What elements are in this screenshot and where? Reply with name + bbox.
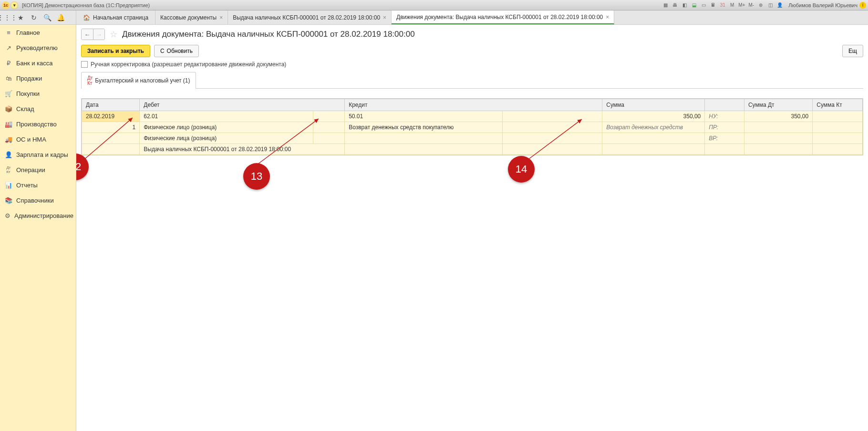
- box-icon: 📦: [5, 105, 12, 113]
- col-date[interactable]: Дата: [82, 99, 140, 111]
- cell-credit-sub1[interactable]: Возврат денежных средств покупателю: [345, 122, 503, 133]
- nav-label: ОС и НМА: [16, 136, 46, 143]
- movements-table: Дата Дебет Кредит Сумма Сумма Дт Сумма К…: [81, 98, 863, 155]
- tab-doc-movements[interactable]: Движения документа: Выдача наличных КСБП…: [392, 10, 614, 24]
- toolstrip: ⋮⋮⋮ ★ ↻ 🔍 🔔: [0, 10, 76, 25]
- manual-correction-checkbox[interactable]: [81, 61, 88, 68]
- tb-icon-3[interactable]: ◧: [681, 1, 688, 9]
- panels-icon[interactable]: ◫: [766, 1, 774, 9]
- cell-rownum: 1: [82, 122, 140, 133]
- col-sum-kt[interactable]: Сумма Кт: [813, 99, 863, 111]
- more-button[interactable]: Ещ: [842, 45, 863, 57]
- nav-production[interactable]: 🏭Производство: [0, 116, 76, 132]
- col-sum[interactable]: Сумма: [602, 99, 705, 111]
- dropdown-icon[interactable]: ▾: [10, 1, 18, 9]
- nav-bank[interactable]: ₽Банк и касса: [0, 55, 76, 71]
- close-icon[interactable]: ×: [383, 14, 386, 21]
- m-plus-button[interactable]: M+: [738, 1, 745, 9]
- apps-icon[interactable]: ⋮⋮⋮: [3, 13, 11, 22]
- table-row[interactable]: Выдача наличных КСБП-000001 от 28.02.201…: [82, 144, 863, 155]
- tb-icon-4[interactable]: ⬓: [690, 1, 698, 9]
- subtab-label: Бухгалтерский и налоговый учет (1): [95, 77, 190, 84]
- star-icon[interactable]: ★: [16, 13, 25, 22]
- zoom-icon[interactable]: ⊕: [757, 1, 765, 9]
- person-icon: 👤: [5, 151, 12, 158]
- nav-label: Банк и касса: [16, 60, 53, 67]
- nav-admin[interactable]: ⚙Администрирование: [0, 208, 76, 223]
- history-icon[interactable]: ↻: [30, 13, 38, 22]
- close-icon[interactable]: ×: [606, 14, 609, 21]
- nav-purchases[interactable]: 🛒Покупки: [0, 86, 76, 101]
- tab-home[interactable]: 🏠 Начальная страница: [76, 10, 155, 24]
- table-row[interactable]: 1 Физическое лицо (розница) Возврат дене…: [82, 122, 863, 133]
- nav-os-nma[interactable]: 🚚ОС и НМА: [0, 132, 76, 147]
- table-row[interactable]: Физические лица (розница) ВР:: [82, 133, 863, 144]
- col-credit[interactable]: Кредит: [345, 99, 602, 111]
- nav-directories[interactable]: 📚Справочники: [0, 193, 76, 208]
- annotation-12: 12: [76, 154, 89, 180]
- table-header-row: Дата Дебет Кредит Сумма Сумма Дт Сумма К…: [82, 99, 863, 111]
- nav-label: Производство: [16, 121, 57, 128]
- cell-debit-acc[interactable]: 62.01: [140, 111, 313, 122]
- tb-icon-1[interactable]: ▦: [661, 1, 669, 9]
- calendar-icon[interactable]: 31: [719, 1, 726, 9]
- nav-label: Руководителю: [16, 44, 58, 51]
- nav-label: Отчеты: [16, 182, 38, 189]
- col-debit[interactable]: Дебет: [140, 99, 345, 111]
- back-button[interactable]: ←: [82, 29, 93, 40]
- titlebar-right: ▦ 🖶 ◧ ⬓ ▭ 🖩 31 M M+ M- ⊕ ◫ 👤 Любимов Вал…: [661, 1, 866, 9]
- cell-sum-desc: Возврат денежных средств: [602, 122, 705, 133]
- tab-cash-issue[interactable]: Выдача наличных КСБП-000001 от 28.02.201…: [228, 10, 392, 24]
- cell-sum[interactable]: 350,00: [602, 111, 705, 122]
- info-icon[interactable]: i: [859, 2, 866, 9]
- nav-warehouse[interactable]: 📦Склад: [0, 101, 76, 116]
- app-logo-icon: 1c: [2, 1, 10, 9]
- m-minus-button[interactable]: M-: [747, 1, 755, 9]
- cell-date[interactable]: 28.02.2019: [82, 111, 140, 122]
- search-icon[interactable]: 🔍: [43, 13, 52, 22]
- nav-label: Справочники: [16, 197, 54, 204]
- nav-salary[interactable]: 👤Зарплата и кадры: [0, 147, 76, 162]
- nav-main[interactable]: ≡Главное: [0, 25, 76, 40]
- calculator-icon[interactable]: 🖩: [709, 1, 717, 9]
- col-sum-dt[interactable]: Сумма Дт: [744, 99, 812, 111]
- nav-sales[interactable]: 🛍Продажи: [0, 71, 76, 86]
- tab-cash-docs[interactable]: Кассовые документы ×: [155, 10, 228, 24]
- annotation-14: 14: [508, 156, 535, 183]
- menu-icon: ≡: [5, 29, 12, 36]
- nav-label: Склад: [16, 105, 34, 113]
- bell-icon[interactable]: 🔔: [56, 13, 65, 22]
- save-close-button[interactable]: Записать и закрыть: [81, 45, 150, 57]
- nav-operations[interactable]: ДтКтОперации: [0, 162, 76, 177]
- cell-nu-val[interactable]: 350,00: [744, 111, 812, 122]
- tb-icon-5[interactable]: ▭: [700, 1, 707, 9]
- print-icon[interactable]: 🖶: [671, 1, 679, 9]
- truck-icon: 🚚: [5, 135, 12, 143]
- chart-icon: ↗: [5, 44, 12, 51]
- nav-manager[interactable]: ↗Руководителю: [0, 40, 76, 55]
- cell-debit-sub2[interactable]: Физические лица (розница): [140, 133, 313, 144]
- user-icon: 👤: [776, 1, 784, 9]
- nav-reports[interactable]: 📊Отчеты: [0, 177, 76, 193]
- tab-label: Движения документа: Выдача наличных КСБП…: [396, 14, 603, 21]
- refresh-button[interactable]: С Обновить: [154, 45, 199, 57]
- forward-button[interactable]: →: [93, 29, 104, 40]
- table-row[interactable]: 28.02.2019 62.01 50.01 350,00 НУ: 350,00: [82, 111, 863, 122]
- refresh-icon: С: [160, 48, 165, 54]
- favorite-icon[interactable]: ☆: [110, 29, 117, 40]
- cell-credit-acc[interactable]: 50.01: [345, 111, 503, 122]
- user-name[interactable]: Любимов Валерий Юрьевич: [788, 2, 858, 8]
- page-title: Движения документа: Выдача наличных КСБП…: [122, 30, 415, 39]
- subtab-accounting[interactable]: ДтКт Бухгалтерский и налоговый учет (1): [81, 72, 196, 89]
- nav-label: Операции: [16, 166, 45, 174]
- window-title: [КОПИЯ] Демонстрационная база (1С:Предпр…: [22, 2, 150, 8]
- close-icon[interactable]: ×: [219, 14, 223, 21]
- m-button[interactable]: M: [728, 1, 736, 9]
- cell-debit-sub3[interactable]: Выдача наличных КСБП-000001 от 28.02.201…: [140, 144, 345, 155]
- content-area: ← → ☆ Движения документа: Выдача наличны…: [76, 25, 868, 431]
- nav-buttons: ← →: [81, 29, 105, 40]
- cell-debit-sub1[interactable]: Физическое лицо (розница): [140, 122, 313, 133]
- barchart-icon: 📊: [5, 181, 12, 189]
- cell-pr-label: ПР:: [705, 122, 744, 133]
- nav-label: Покупки: [16, 90, 40, 97]
